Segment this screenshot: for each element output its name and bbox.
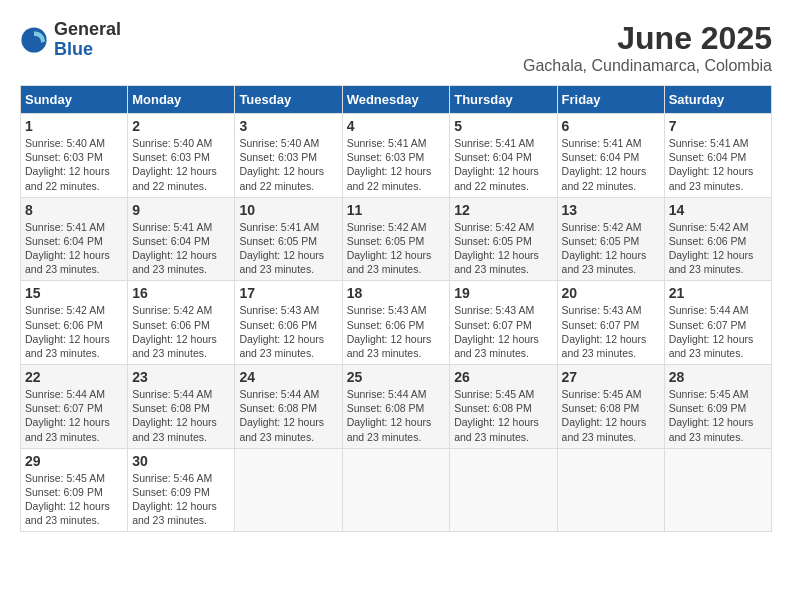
day-number: 24	[239, 369, 337, 385]
table-row: 22Sunrise: 5:44 AMSunset: 6:07 PMDayligh…	[21, 365, 128, 449]
day-info: Sunrise: 5:44 AMSunset: 6:08 PMDaylight:…	[239, 388, 324, 443]
day-info: Sunrise: 5:42 AMSunset: 6:05 PMDaylight:…	[562, 221, 647, 276]
location-subtitle: Gachala, Cundinamarca, Colombia	[523, 57, 772, 75]
day-number: 18	[347, 285, 446, 301]
day-number: 14	[669, 202, 767, 218]
day-number: 26	[454, 369, 552, 385]
table-row: 27Sunrise: 5:45 AMSunset: 6:08 PMDayligh…	[557, 365, 664, 449]
day-number: 4	[347, 118, 446, 134]
table-row	[235, 448, 342, 532]
table-row: 26Sunrise: 5:45 AMSunset: 6:08 PMDayligh…	[450, 365, 557, 449]
logo-text: General Blue	[54, 20, 121, 60]
table-row: 19Sunrise: 5:43 AMSunset: 6:07 PMDayligh…	[450, 281, 557, 365]
table-row: 14Sunrise: 5:42 AMSunset: 6:06 PMDayligh…	[664, 197, 771, 281]
col-monday: Monday	[128, 86, 235, 114]
table-row: 18Sunrise: 5:43 AMSunset: 6:06 PMDayligh…	[342, 281, 450, 365]
calendar-week-2: 8Sunrise: 5:41 AMSunset: 6:04 PMDaylight…	[21, 197, 772, 281]
table-row: 30Sunrise: 5:46 AMSunset: 6:09 PMDayligh…	[128, 448, 235, 532]
table-row: 24Sunrise: 5:44 AMSunset: 6:08 PMDayligh…	[235, 365, 342, 449]
table-row: 7Sunrise: 5:41 AMSunset: 6:04 PMDaylight…	[664, 114, 771, 198]
day-info: Sunrise: 5:41 AMSunset: 6:04 PMDaylight:…	[454, 137, 539, 192]
day-info: Sunrise: 5:40 AMSunset: 6:03 PMDaylight:…	[25, 137, 110, 192]
day-number: 21	[669, 285, 767, 301]
table-row: 3Sunrise: 5:40 AMSunset: 6:03 PMDaylight…	[235, 114, 342, 198]
page-header: General Blue June 2025 Gachala, Cundinam…	[20, 20, 772, 75]
day-info: Sunrise: 5:45 AMSunset: 6:09 PMDaylight:…	[669, 388, 754, 443]
calendar-week-3: 15Sunrise: 5:42 AMSunset: 6:06 PMDayligh…	[21, 281, 772, 365]
logo-icon	[20, 26, 48, 54]
day-number: 11	[347, 202, 446, 218]
calendar-week-1: 1Sunrise: 5:40 AMSunset: 6:03 PMDaylight…	[21, 114, 772, 198]
day-info: Sunrise: 5:43 AMSunset: 6:06 PMDaylight:…	[239, 304, 324, 359]
day-number: 28	[669, 369, 767, 385]
day-number: 25	[347, 369, 446, 385]
table-row	[342, 448, 450, 532]
day-info: Sunrise: 5:46 AMSunset: 6:09 PMDaylight:…	[132, 472, 217, 527]
day-info: Sunrise: 5:41 AMSunset: 6:03 PMDaylight:…	[347, 137, 432, 192]
day-info: Sunrise: 5:45 AMSunset: 6:08 PMDaylight:…	[562, 388, 647, 443]
day-number: 22	[25, 369, 123, 385]
day-number: 7	[669, 118, 767, 134]
day-info: Sunrise: 5:44 AMSunset: 6:08 PMDaylight:…	[347, 388, 432, 443]
day-info: Sunrise: 5:41 AMSunset: 6:04 PMDaylight:…	[132, 221, 217, 276]
table-row: 4Sunrise: 5:41 AMSunset: 6:03 PMDaylight…	[342, 114, 450, 198]
table-row	[557, 448, 664, 532]
day-number: 1	[25, 118, 123, 134]
month-year-title: June 2025	[523, 20, 772, 57]
logo-general-text: General	[54, 20, 121, 40]
table-row: 25Sunrise: 5:44 AMSunset: 6:08 PMDayligh…	[342, 365, 450, 449]
day-number: 9	[132, 202, 230, 218]
day-info: Sunrise: 5:45 AMSunset: 6:09 PMDaylight:…	[25, 472, 110, 527]
table-row: 17Sunrise: 5:43 AMSunset: 6:06 PMDayligh…	[235, 281, 342, 365]
day-number: 12	[454, 202, 552, 218]
day-number: 6	[562, 118, 660, 134]
day-info: Sunrise: 5:40 AMSunset: 6:03 PMDaylight:…	[239, 137, 324, 192]
table-row: 10Sunrise: 5:41 AMSunset: 6:05 PMDayligh…	[235, 197, 342, 281]
table-row: 23Sunrise: 5:44 AMSunset: 6:08 PMDayligh…	[128, 365, 235, 449]
table-row: 15Sunrise: 5:42 AMSunset: 6:06 PMDayligh…	[21, 281, 128, 365]
col-thursday: Thursday	[450, 86, 557, 114]
table-row: 28Sunrise: 5:45 AMSunset: 6:09 PMDayligh…	[664, 365, 771, 449]
day-number: 15	[25, 285, 123, 301]
table-row: 9Sunrise: 5:41 AMSunset: 6:04 PMDaylight…	[128, 197, 235, 281]
day-number: 23	[132, 369, 230, 385]
day-info: Sunrise: 5:40 AMSunset: 6:03 PMDaylight:…	[132, 137, 217, 192]
day-number: 17	[239, 285, 337, 301]
day-number: 29	[25, 453, 123, 469]
table-row: 2Sunrise: 5:40 AMSunset: 6:03 PMDaylight…	[128, 114, 235, 198]
day-info: Sunrise: 5:41 AMSunset: 6:05 PMDaylight:…	[239, 221, 324, 276]
col-tuesday: Tuesday	[235, 86, 342, 114]
day-info: Sunrise: 5:45 AMSunset: 6:08 PMDaylight:…	[454, 388, 539, 443]
day-number: 30	[132, 453, 230, 469]
day-info: Sunrise: 5:44 AMSunset: 6:07 PMDaylight:…	[25, 388, 110, 443]
table-row: 20Sunrise: 5:43 AMSunset: 6:07 PMDayligh…	[557, 281, 664, 365]
calendar-header-row: Sunday Monday Tuesday Wednesday Thursday…	[21, 86, 772, 114]
day-number: 8	[25, 202, 123, 218]
day-info: Sunrise: 5:43 AMSunset: 6:07 PMDaylight:…	[454, 304, 539, 359]
day-number: 10	[239, 202, 337, 218]
title-area: June 2025 Gachala, Cundinamarca, Colombi…	[523, 20, 772, 75]
day-number: 5	[454, 118, 552, 134]
table-row	[664, 448, 771, 532]
table-row	[450, 448, 557, 532]
day-number: 20	[562, 285, 660, 301]
logo: General Blue	[20, 20, 121, 60]
col-sunday: Sunday	[21, 86, 128, 114]
day-number: 13	[562, 202, 660, 218]
day-info: Sunrise: 5:41 AMSunset: 6:04 PMDaylight:…	[562, 137, 647, 192]
table-row: 6Sunrise: 5:41 AMSunset: 6:04 PMDaylight…	[557, 114, 664, 198]
day-number: 19	[454, 285, 552, 301]
logo-blue-text: Blue	[54, 40, 121, 60]
calendar-week-5: 29Sunrise: 5:45 AMSunset: 6:09 PMDayligh…	[21, 448, 772, 532]
col-saturday: Saturday	[664, 86, 771, 114]
day-number: 3	[239, 118, 337, 134]
calendar-week-4: 22Sunrise: 5:44 AMSunset: 6:07 PMDayligh…	[21, 365, 772, 449]
table-row: 12Sunrise: 5:42 AMSunset: 6:05 PMDayligh…	[450, 197, 557, 281]
table-row: 8Sunrise: 5:41 AMSunset: 6:04 PMDaylight…	[21, 197, 128, 281]
day-info: Sunrise: 5:41 AMSunset: 6:04 PMDaylight:…	[669, 137, 754, 192]
day-info: Sunrise: 5:42 AMSunset: 6:06 PMDaylight:…	[25, 304, 110, 359]
col-wednesday: Wednesday	[342, 86, 450, 114]
day-info: Sunrise: 5:44 AMSunset: 6:08 PMDaylight:…	[132, 388, 217, 443]
table-row: 21Sunrise: 5:44 AMSunset: 6:07 PMDayligh…	[664, 281, 771, 365]
day-number: 16	[132, 285, 230, 301]
